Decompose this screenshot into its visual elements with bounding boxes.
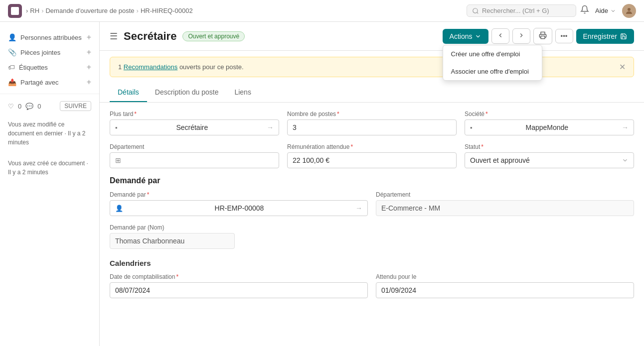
actions-button[interactable]: Actions: [443, 29, 488, 44]
search-icon: [472, 7, 479, 14]
comment-icon: 💬: [25, 103, 33, 110]
bell-icon: [580, 5, 589, 14]
remuneration-label: Rémunération attendue*: [287, 143, 457, 150]
demande-par-arrow: →: [355, 204, 362, 212]
breadcrumb-id[interactable]: HR-HIREQ-00002: [141, 7, 193, 14]
next-button[interactable]: [512, 28, 530, 44]
save-icon: [620, 33, 627, 40]
statut-chevron-icon: [622, 157, 629, 164]
departement2-label: Département: [376, 191, 634, 198]
user-avatar[interactable]: [622, 4, 636, 18]
chevron-down-icon: [610, 8, 616, 14]
ellipsis-icon: •••: [561, 32, 568, 40]
demande-par-label: Demandé par*: [110, 191, 368, 198]
etiquettes-add-icon[interactable]: +: [87, 63, 91, 72]
statut-select[interactable]: Ouvert et approuvé: [465, 152, 634, 168]
departement-input[interactable]: ⊞: [110, 152, 279, 168]
personnes-add-icon[interactable]: +: [87, 33, 91, 42]
form-row-calendriers: Date de comptabilisation* 08/07/2024 Att…: [110, 273, 634, 298]
societe-input[interactable]: ▪ MappeMonde →: [465, 119, 634, 135]
breadcrumb-rh[interactable]: RH: [30, 7, 39, 14]
share-icon: 📤: [8, 78, 16, 86]
nombre-postes-input[interactable]: 3: [287, 119, 457, 135]
tab-description[interactable]: Description du poste: [147, 83, 227, 102]
help-button[interactable]: Aide: [595, 7, 616, 14]
plus-tard-icon: ▪: [115, 124, 118, 131]
tab-details[interactable]: Détails: [110, 83, 147, 102]
plus-tard-label: Plus tard*: [110, 111, 279, 117]
plus-tard-input[interactable]: ▪ Secrétaire →: [110, 119, 279, 135]
chevron-right-icon: [518, 32, 525, 39]
avatar-icon: [625, 6, 634, 15]
person-icon: 👤: [8, 33, 16, 41]
sidebar-actions-bar: ♡ 0 💬 0 SUIVRE: [0, 98, 99, 114]
main-layout: 👤 Personnes attribuées + 📎 Pièces jointe…: [0, 22, 644, 346]
app-logo: [8, 4, 22, 18]
societe-icon: ▪: [470, 124, 473, 131]
org-icon: ⊞: [115, 156, 121, 164]
nav-icons: Aide: [580, 4, 636, 18]
print-button[interactable]: [533, 28, 552, 44]
svg-rect-3: [541, 36, 545, 38]
heart-icon: ♡: [8, 103, 14, 110]
statut-label: Statut*: [465, 143, 634, 150]
hamburger-button[interactable]: ☰: [110, 31, 118, 42]
top-navigation: › RH › Demande d'ouverture de poste › HR…: [0, 0, 644, 22]
tab-bar: Détails Description du poste Liens: [100, 83, 644, 103]
form-group-societe: Société* ▪ MappeMonde →: [465, 111, 634, 135]
alert-link[interactable]: Recommandations: [124, 63, 177, 71]
main-content: ☰ Secrétaire Ouvert et approuvé Actions …: [100, 22, 644, 346]
like-count: 0: [18, 103, 21, 110]
status-badge: Ouvert et approuvé: [182, 31, 245, 41]
breadcrumb-demande[interactable]: Demande d'ouverture de poste: [45, 7, 134, 14]
form-group-plus-tard: Plus tard* ▪ Secrétaire →: [110, 111, 279, 135]
departement2-value: E-Commerce - MM: [376, 200, 634, 216]
comment-count: 0: [37, 103, 41, 110]
sidebar-counts: ♡ 0 💬 0: [8, 103, 41, 110]
dropdown-associer-offre[interactable]: Associer une offre d'emploi: [443, 63, 542, 80]
search-bar[interactable]: Rechercher... (Ctrl + G): [467, 4, 576, 17]
alert-close-button[interactable]: ✕: [619, 62, 626, 72]
tag-icon: 🏷: [8, 63, 15, 71]
search-placeholder: Rechercher... (Ctrl + G): [482, 7, 549, 14]
sidebar-divider: [0, 94, 99, 94]
tab-liens[interactable]: Liens: [226, 83, 259, 102]
notification-button[interactable]: [580, 5, 589, 16]
sidebar-item-etiquettes[interactable]: 🏷 Étiquettes +: [0, 60, 99, 75]
form-group-departement2: Département E-Commerce - MM: [376, 191, 634, 216]
demande-par-section-header: Demandé par: [110, 176, 634, 185]
more-options-button[interactable]: •••: [555, 29, 573, 43]
form-row-demande: Demandé par* 👤 HR-EMP-00008 → Départemen…: [110, 191, 634, 216]
form-group-statut: Statut* Ouvert et approuvé: [465, 143, 634, 168]
nom-label: Demandé par (Nom): [110, 224, 235, 231]
societe-label: Société*: [465, 111, 634, 117]
alert-banner: 1 Recommandations ouverts pour ce poste.…: [110, 57, 634, 77]
sidebar-partage-label: Partagé avec: [20, 79, 59, 86]
sidebar: 👤 Personnes attribuées + 📎 Pièces jointe…: [0, 22, 100, 346]
form-group-departement: Département ⊞: [110, 143, 279, 168]
form-content: Plus tard* ▪ Secrétaire → Nombre de post…: [100, 103, 644, 314]
pieces-add-icon[interactable]: +: [87, 48, 91, 57]
calendriers-section-header: Calendriers: [110, 259, 634, 267]
print-icon: [539, 31, 547, 39]
actions-dropdown-menu: Créer une offre d'emploi Associer une of…: [443, 45, 542, 81]
alert-text: 1 Recommandations ouverts pour ce poste.: [118, 63, 244, 71]
demande-par-input[interactable]: 👤 HR-EMP-00008 →: [110, 200, 368, 216]
nombre-postes-label: Nombre de postes*: [287, 111, 457, 117]
attendu-input[interactable]: 01/09/2024: [376, 282, 634, 298]
sidebar-item-partage[interactable]: 📤 Partagé avec +: [0, 75, 99, 90]
follow-button[interactable]: SUIVRE: [60, 101, 91, 111]
help-label: Aide: [595, 7, 608, 14]
save-button[interactable]: Enregistrer: [576, 29, 634, 44]
remuneration-input[interactable]: 22 100,00 €: [287, 152, 457, 168]
dropdown-creer-offre[interactable]: Créer une offre d'emploi: [443, 45, 542, 63]
form-group-attendu: Attendu pour le 01/09/2024: [376, 273, 634, 298]
sidebar-item-personnes[interactable]: 👤 Personnes attribuées +: [0, 30, 99, 45]
date-input[interactable]: 08/07/2024: [110, 282, 368, 298]
sidebar-log-2: Vous avez créé ce document · Il y a 2 mi…: [0, 153, 99, 183]
sidebar-item-pieces[interactable]: 📎 Pièces jointes +: [0, 45, 99, 60]
breadcrumb: › RH › Demande d'ouverture de poste › HR…: [26, 7, 463, 14]
partage-add-icon[interactable]: +: [87, 78, 91, 87]
svg-line-1: [477, 12, 479, 13]
prev-button[interactable]: [491, 28, 509, 44]
